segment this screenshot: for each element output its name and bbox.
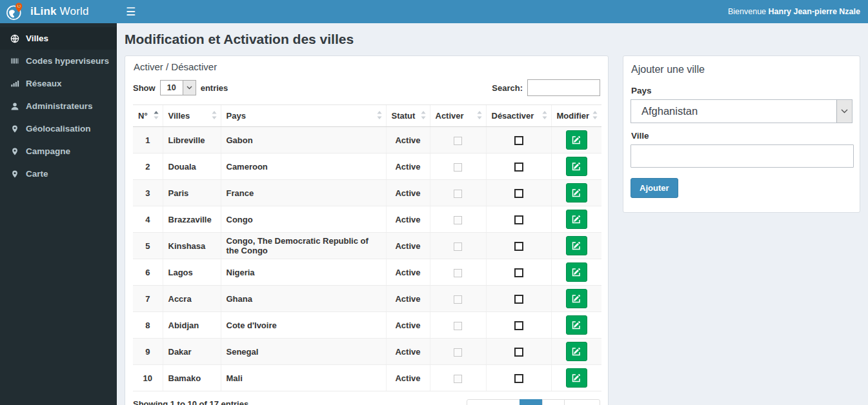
- column-header-activer[interactable]: Activer: [430, 105, 486, 127]
- page-length-select[interactable]: 10: [160, 80, 196, 95]
- column-header-pays[interactable]: Pays: [221, 105, 386, 127]
- ville-cell: Bamako: [163, 365, 221, 391]
- statut-cell: Active: [386, 127, 430, 153]
- ajouter-button[interactable]: Ajouter: [631, 178, 678, 198]
- statut-cell: Active: [386, 259, 430, 286]
- pays-select[interactable]: Afghanistan: [631, 99, 853, 123]
- desactiver-checkbox[interactable]: [514, 215, 523, 224]
- desactiver-checkbox[interactable]: [514, 268, 523, 277]
- app-logo[interactable]: $ iLink World: [0, 0, 117, 23]
- ville-input[interactable]: [631, 144, 854, 168]
- desactiver-checkbox[interactable]: [514, 136, 523, 145]
- cities-table: N°VillesPaysStatutActiverDésactiverModif…: [133, 104, 601, 391]
- modifier-button[interactable]: [566, 342, 587, 361]
- activer-checkbox[interactable]: [454, 322, 462, 330]
- ville-cell: Libreville: [163, 127, 221, 153]
- page-button-previous[interactable]: Previous: [467, 399, 520, 405]
- activer-checkbox[interactable]: [454, 242, 462, 251]
- row-number-cell: 2: [133, 153, 163, 180]
- datatable-controls: Show 10 entries Search:: [125, 77, 608, 104]
- sidebar-item-geolocalisation[interactable]: Géolocalisation: [0, 117, 117, 140]
- ville-cell: Lagos: [163, 259, 221, 286]
- column-header-n[interactable]: N°: [133, 105, 163, 127]
- modifier-button[interactable]: [566, 262, 587, 282]
- desactiver-checkbox[interactable]: [514, 163, 523, 172]
- globe-icon: [10, 34, 19, 43]
- desactiver-checkbox[interactable]: [514, 348, 523, 357]
- map-marker-icon: [10, 124, 19, 133]
- table-row: 2DoualaCameroonActive: [133, 153, 601, 180]
- sidebar-toggle-icon[interactable]: ☰: [126, 6, 136, 17]
- edit-icon: [572, 188, 581, 197]
- modifier-button[interactable]: [566, 236, 587, 255]
- sidebar-item-label: Administrateurs: [26, 101, 93, 111]
- modifier-button[interactable]: [566, 157, 587, 176]
- desactiver-checkbox[interactable]: [514, 189, 523, 198]
- ville-cell: Accra: [163, 286, 221, 312]
- statut-cell: Active: [386, 233, 430, 259]
- column-label: N°: [138, 111, 148, 121]
- statut-cell: Active: [386, 180, 430, 206]
- top-navbar: ☰ Bienvenue Hanry Jean-pierre Nzale: [117, 0, 868, 23]
- pays-label: Pays: [631, 86, 852, 95]
- activer-checkbox[interactable]: [454, 269, 462, 277]
- row-number-cell: 9: [133, 339, 163, 365]
- modifier-button[interactable]: [566, 289, 587, 308]
- sidebar-item-villes[interactable]: Villes: [0, 27, 117, 50]
- desactiver-checkbox[interactable]: [514, 295, 523, 304]
- pays-cell: Gabon: [221, 127, 386, 153]
- content-area: Modification et Activation des villes Ac…: [117, 23, 868, 405]
- activer-checkbox[interactable]: [454, 163, 462, 172]
- ville-cell: Paris: [163, 180, 221, 206]
- modifier-button[interactable]: [566, 368, 587, 388]
- brand-text: iLink World: [30, 5, 89, 18]
- add-panel-heading: Ajouter une ville: [623, 56, 860, 78]
- activer-checkbox[interactable]: [454, 348, 462, 357]
- sidebar-item-administrateurs[interactable]: Administrateurs: [0, 95, 117, 117]
- modifier-button[interactable]: [566, 130, 587, 150]
- chevron-down-icon: [183, 81, 196, 95]
- activer-checkbox[interactable]: [454, 216, 462, 224]
- column-label: Désactiver: [492, 111, 534, 121]
- pays-cell: Cameroon: [221, 153, 386, 180]
- row-number-cell: 7: [133, 286, 163, 312]
- page-button-1[interactable]: 1: [520, 399, 542, 405]
- edit-icon: [572, 162, 581, 171]
- search-input[interactable]: [527, 79, 600, 96]
- column-header-villes[interactable]: Villes: [163, 105, 221, 127]
- edit-icon: [572, 241, 581, 250]
- desactiver-checkbox[interactable]: [514, 321, 523, 330]
- barcode-icon: [10, 56, 19, 66]
- activer-checkbox[interactable]: [454, 375, 462, 383]
- desactiver-checkbox[interactable]: [514, 374, 523, 383]
- sidebar-item-campagne[interactable]: Campagne: [0, 140, 117, 163]
- sidebar-item-codes-hyperviseurs[interactable]: Codes hyperviseurs: [0, 50, 117, 72]
- column-header-modifier[interactable]: Modifier: [551, 105, 601, 127]
- main-header: $ iLink World ☰ Bienvenue Hanry Jean-pie…: [0, 0, 868, 23]
- sidebar-item-carte[interactable]: Carte: [0, 163, 117, 185]
- sidebar-item-label: Villes: [26, 34, 48, 43]
- activer-checkbox[interactable]: [454, 190, 462, 198]
- column-header-desactiver[interactable]: Désactiver: [486, 105, 551, 127]
- column-header-statut[interactable]: Statut: [386, 105, 430, 127]
- pays-cell: France: [221, 180, 386, 206]
- modifier-button[interactable]: [566, 315, 587, 335]
- table-row: 3ParisFranceActive: [133, 180, 601, 206]
- show-label: Show: [133, 83, 156, 93]
- sidebar-item-reseaux[interactable]: Réseaux: [0, 72, 117, 95]
- activer-checkbox[interactable]: [454, 295, 462, 304]
- modifier-button[interactable]: [566, 183, 587, 202]
- page-button-next[interactable]: Next: [564, 399, 600, 405]
- desactiver-checkbox[interactable]: [514, 242, 523, 251]
- activer-checkbox[interactable]: [454, 137, 462, 145]
- edit-icon: [572, 294, 581, 303]
- table-row: 6LagosNigeriaActive: [133, 259, 601, 286]
- row-number-cell: 3: [133, 180, 163, 206]
- page-title: Modification et Activation des villes: [125, 32, 860, 47]
- page-button-2[interactable]: 2: [542, 399, 565, 405]
- modifier-button[interactable]: [566, 210, 587, 229]
- table-row: 8AbidjanCote d'IvoireActive: [133, 312, 601, 339]
- sort-icon: [377, 111, 382, 121]
- ville-cell: Kinshasa: [163, 233, 221, 259]
- sidebar-item-label: Carte: [26, 169, 48, 179]
